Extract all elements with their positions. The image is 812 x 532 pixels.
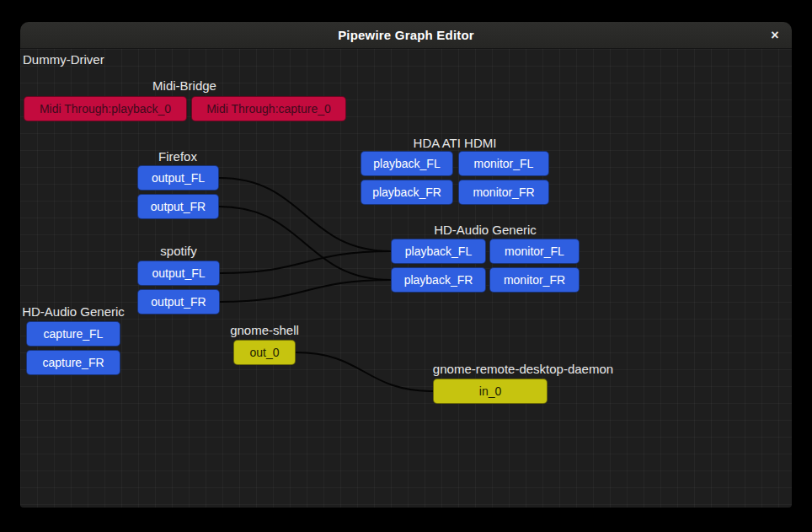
graph-port[interactable]: playback_FL bbox=[361, 151, 453, 176]
graph-port[interactable]: out_0 bbox=[233, 340, 296, 365]
graph-port[interactable]: output_FL bbox=[137, 165, 219, 191]
window-titlebar[interactable]: Pipewire Graph Editor × bbox=[20, 22, 792, 49]
graph-port[interactable]: playback_FL bbox=[391, 239, 486, 264]
pipewire-graph-editor-window: Pipewire Graph Editor × Dummy-DriverMidi… bbox=[20, 22, 792, 508]
wire[interactable] bbox=[220, 251, 391, 273]
wire[interactable] bbox=[220, 280, 391, 302]
graph-port[interactable]: monitor_FL bbox=[489, 239, 580, 264]
graph-port[interactable]: output_FR bbox=[137, 289, 220, 314]
graph-port[interactable]: output_FR bbox=[137, 194, 219, 219]
graph-port[interactable]: capture_FL bbox=[26, 321, 120, 347]
graph-canvas[interactable]: Dummy-DriverMidi-BridgeMidi Through:play… bbox=[20, 49, 792, 508]
graph-port[interactable]: monitor_FL bbox=[458, 151, 549, 176]
node-title: gnome-remote-desktop-daemon bbox=[433, 362, 613, 376]
wire[interactable] bbox=[296, 352, 433, 391]
node-title: HD-Audio Generic bbox=[22, 304, 125, 319]
graph-port[interactable]: playback_FR bbox=[361, 180, 453, 205]
node-title: Dummy-Driver bbox=[23, 52, 104, 67]
graph-port[interactable]: monitor_FR bbox=[458, 180, 549, 205]
graph-port[interactable]: Midi Through:playback_0 bbox=[24, 96, 187, 121]
node-title: HD-Audio Generic bbox=[434, 223, 537, 237]
graph-port[interactable]: in_0 bbox=[433, 379, 548, 404]
graph-port[interactable]: output_FL bbox=[137, 261, 220, 286]
node-title: gnome-shell bbox=[230, 323, 299, 337]
node-title: Firefox bbox=[158, 149, 197, 164]
graph-port[interactable]: monitor_FR bbox=[489, 267, 580, 293]
node-title: Midi-Bridge bbox=[152, 78, 216, 93]
wire[interactable] bbox=[219, 207, 391, 280]
graph-port[interactable]: Midi Through:capture_0 bbox=[191, 96, 346, 121]
node-title: HDA ATI HDMI bbox=[414, 136, 497, 150]
node-title: spotify bbox=[160, 244, 196, 258]
graph-port[interactable]: capture_FR bbox=[26, 350, 120, 375]
graph-port[interactable]: playback_FR bbox=[391, 267, 486, 293]
window-title: Pipewire Graph Editor bbox=[338, 28, 474, 42]
close-button[interactable]: × bbox=[765, 25, 785, 46]
